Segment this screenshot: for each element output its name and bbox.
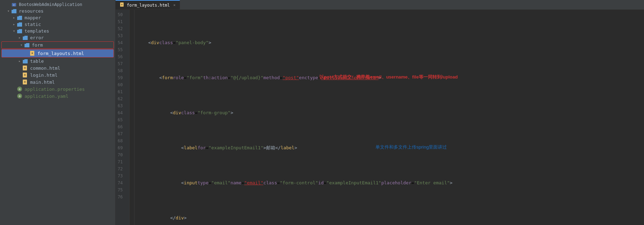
- sidebar-item-label: form_layouts.html: [37, 51, 84, 56]
- sidebar-item-templates[interactable]: templates: [0, 28, 115, 34]
- class-icon: C: [11, 2, 18, 7]
- code-editor: H form_layouts.html × 50 51 52 53 54 55 …: [116, 0, 644, 225]
- svg-text:H: H: [24, 74, 26, 76]
- tab-label: form_layouts.html: [127, 3, 170, 8]
- sidebar-item-label: common.html: [30, 66, 60, 71]
- svg-text:H: H: [24, 67, 26, 69]
- code-line-52: <div class="form-group">: [137, 109, 641, 116]
- code-line-55: </div>: [137, 214, 641, 221]
- sidebar-item-table[interactable]: table: [0, 58, 115, 64]
- folder-icon: [17, 15, 23, 20]
- sidebar-item-app-yaml[interactable]: ⚙ application.yaml: [0, 93, 115, 100]
- sidebar-item-label: mapper: [25, 15, 41, 20]
- sidebar-item-label: main.html: [30, 80, 55, 85]
- svg-text:H: H: [24, 81, 26, 83]
- sidebar-item-label: templates: [25, 28, 49, 34]
- editor-tab-bar: H form_layouts.html ×: [116, 0, 644, 10]
- sidebar-item-label: application.properties: [25, 87, 85, 92]
- tree-arrow: [6, 9, 11, 13]
- sidebar-item-form[interactable]: form: [1, 41, 114, 49]
- code-line-53: <label for="exampleInputEmail1">邮箱</labe…: [137, 144, 641, 151]
- code-content-area[interactable]: 50 51 52 53 54 55 56 57 58 59 60 61 62 6…: [116, 10, 644, 225]
- sidebar-item-label: form: [32, 42, 43, 48]
- editor-gutter: [130, 10, 134, 225]
- sidebar-item-common[interactable]: H common.html: [0, 64, 115, 71]
- sidebar-item-label: static: [25, 22, 41, 27]
- tree-arrow: [17, 35, 22, 40]
- yaml-file-icon: ⚙: [17, 93, 23, 99]
- svg-text:H: H: [121, 4, 122, 6]
- tree-arrow: [11, 29, 17, 33]
- sidebar-item-label: resources: [19, 8, 43, 14]
- folder-icon: [11, 9, 18, 14]
- sidebar-item-label: application.yaml: [25, 94, 68, 99]
- sidebar-item-label: error: [30, 35, 44, 40]
- svg-text:C: C: [13, 4, 15, 7]
- sidebar-item-static[interactable]: static: [0, 21, 115, 28]
- svg-text:⚙: ⚙: [19, 95, 21, 98]
- sidebar-item-label: table: [30, 59, 44, 64]
- tree-arrow: [17, 59, 22, 63]
- svg-text:H: H: [32, 52, 33, 54]
- html-file-icon: H: [22, 72, 29, 78]
- file-tree[interactable]: C BootosWebAdminApplication resources ma…: [0, 0, 116, 225]
- sidebar-item-error[interactable]: error: [0, 34, 115, 41]
- sidebar-item-app-properties[interactable]: ⚙ application.properties: [0, 86, 115, 93]
- html-file-icon: H: [30, 50, 36, 56]
- sidebar-item-bootoswebadmin[interactable]: C BootosWebAdminApplication: [0, 1, 115, 8]
- properties-file-icon: ⚙: [17, 86, 23, 92]
- html-file-icon: H: [22, 79, 29, 85]
- tab-file-icon: H: [120, 2, 125, 8]
- sidebar-item-label: BootosWebAdminApplication: [19, 2, 82, 7]
- editor-tab-form-layouts[interactable]: H form_layouts.html ×: [116, 0, 180, 9]
- line-numbers: 50 51 52 53 54 55 56 57 58 59 60 61 62 6…: [116, 10, 130, 225]
- svg-text:⚙: ⚙: [19, 88, 21, 91]
- sidebar-item-login[interactable]: H login.html: [0, 71, 115, 79]
- sidebar-item-resources[interactable]: resources: [0, 8, 115, 14]
- folder-icon: [17, 29, 23, 34]
- folder-icon: [24, 43, 30, 48]
- html-file-icon: H: [22, 65, 29, 71]
- sidebar-item-form-layouts[interactable]: H form_layouts.html: [1, 49, 114, 57]
- tree-arrow: [11, 22, 17, 27]
- code-line-50: <div class="panel-body">: [137, 39, 641, 46]
- sidebar-item-main[interactable]: H main.html: [0, 79, 115, 86]
- code-line-54: <input type="email" name="email" class="…: [137, 179, 641, 186]
- tree-arrow: [11, 15, 17, 20]
- tree-arrow: [19, 43, 24, 47]
- folder-icon: [22, 35, 29, 40]
- code-text[interactable]: <div class="panel-body"> <form role="for…: [134, 10, 644, 225]
- code-line-51: <form role="form" th:action="@{/upload}"…: [137, 74, 641, 81]
- tab-close-button[interactable]: ×: [173, 3, 176, 7]
- folder-icon: [22, 59, 29, 64]
- sidebar-item-mapper[interactable]: mapper: [0, 14, 115, 21]
- sidebar-item-label: login.html: [30, 73, 57, 78]
- folder-icon: [17, 22, 23, 27]
